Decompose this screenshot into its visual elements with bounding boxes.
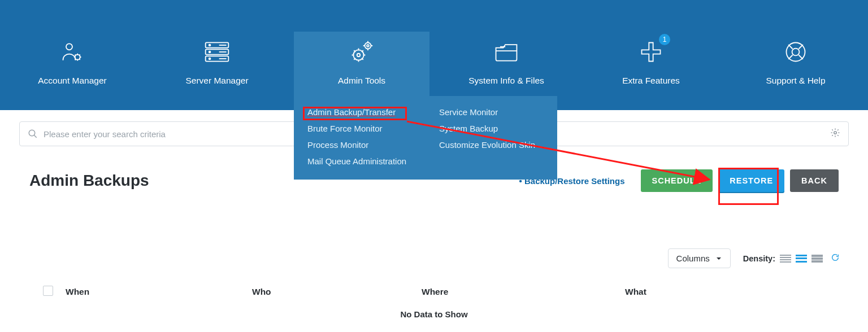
folder-icon [444, 38, 568, 65]
top-navigation: Account Manager Server Manager [0, 0, 868, 110]
svg-point-5 [209, 45, 211, 46]
svg-point-6 [209, 51, 211, 53]
nav-server-manager[interactable]: Server Manager [149, 32, 285, 103]
nav-extra-features[interactable]: 1 Extra Features [583, 32, 719, 103]
restore-button[interactable]: RESTORE [718, 169, 784, 192]
density-compact-icon[interactable] [780, 255, 791, 263]
back-button[interactable]: BACK [790, 169, 839, 192]
density-comfortable-icon[interactable] [811, 255, 823, 263]
svg-point-13 [365, 43, 371, 49]
svg-point-18 [792, 49, 800, 56]
menu-customize-skin[interactable]: Customize Evolution Skin [439, 137, 544, 153]
search-settings-gear-icon[interactable] [830, 128, 840, 140]
users-gear-icon [10, 38, 134, 65]
svg-line-21 [788, 55, 792, 59]
density-label: Density: [743, 254, 775, 263]
menu-process-monitor[interactable]: Process Monitor [307, 137, 412, 153]
gears-icon [300, 38, 424, 65]
select-all-checkbox[interactable] [43, 286, 66, 298]
nav-label: Extra Features [589, 76, 713, 86]
svg-line-19 [788, 45, 792, 49]
dropdown-column: Service Monitor System Backup Customize … [426, 104, 557, 169]
nav-account-manager[interactable]: Account Manager [5, 32, 140, 103]
menu-admin-backup-transfer[interactable]: Admin Backup/Transfer [307, 104, 412, 120]
nav-label: System Info & Files [444, 76, 568, 86]
columns-label: Columns [676, 254, 710, 263]
columns-dropdown[interactable]: Columns [668, 248, 731, 268]
table-empty-message: No Data to Show [0, 309, 868, 319]
nav-label: Account Manager [10, 76, 134, 86]
caret-down-icon [715, 255, 722, 262]
nav-label: Support & Help [734, 76, 858, 86]
admin-tools-dropdown: Admin Backup/Transfer Brute Force Monito… [294, 96, 557, 180]
search-icon [28, 129, 38, 139]
column-what[interactable]: What [625, 287, 825, 297]
menu-system-backup[interactable]: System Backup [439, 120, 544, 137]
svg-line-24 [34, 135, 37, 138]
svg-point-23 [29, 130, 35, 136]
plus-icon [589, 38, 713, 65]
nav-admin-tools[interactable]: Admin Tools [294, 32, 429, 103]
svg-point-7 [209, 58, 211, 60]
table-header-row: When Who Where What [28, 281, 840, 303]
server-stack-icon [155, 38, 279, 65]
svg-line-22 [799, 55, 803, 59]
nav-system-info[interactable]: System Info & Files [439, 32, 574, 103]
nav-label: Admin Tools [300, 76, 424, 86]
menu-mail-queue-admin[interactable]: Mail Queue Administration [307, 153, 412, 169]
column-who[interactable]: Who [252, 287, 422, 297]
lifebuoy-icon [734, 38, 858, 65]
column-where[interactable]: Where [422, 287, 625, 297]
menu-service-monitor[interactable]: Service Monitor [439, 104, 544, 120]
dropdown-column: Admin Backup/Transfer Brute Force Monito… [294, 104, 426, 169]
density-control: Density: [743, 253, 840, 264]
svg-point-25 [834, 132, 837, 134]
notification-badge: 1 [659, 34, 670, 45]
svg-point-14 [367, 45, 369, 47]
schedule-button[interactable]: SCHEDULE [641, 169, 713, 192]
density-normal-icon[interactable] [796, 255, 807, 263]
menu-brute-force-monitor[interactable]: Brute Force Monitor [307, 120, 412, 137]
column-when[interactable]: When [66, 287, 252, 297]
svg-point-0 [66, 43, 72, 50]
nav-support-help[interactable]: Support & Help [728, 32, 863, 103]
nav-label: Server Manager [155, 76, 279, 86]
table-toolbar: Columns Density: [28, 248, 840, 268]
svg-line-20 [799, 45, 803, 49]
svg-point-12 [357, 54, 361, 57]
refresh-icon[interactable] [831, 253, 840, 264]
